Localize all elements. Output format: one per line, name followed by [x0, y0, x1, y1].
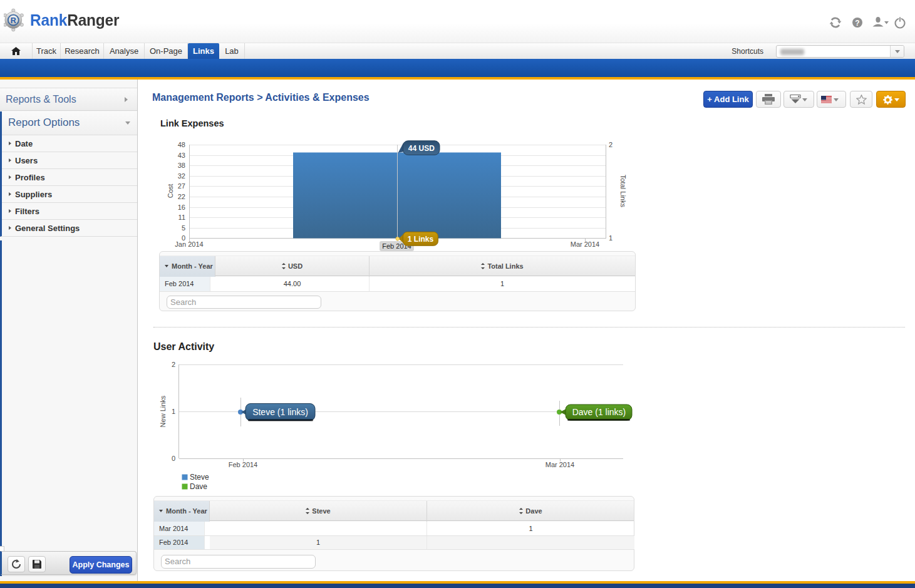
svg-text:Mar 2014: Mar 2014 — [545, 461, 574, 468]
svg-text:Mar 2014: Mar 2014 — [571, 240, 599, 248]
svg-text:1: 1 — [609, 234, 613, 242]
svg-text:27: 27 — [178, 182, 185, 190]
svg-text:Total Links: Total Links — [619, 175, 627, 207]
svg-text:11: 11 — [178, 214, 185, 221]
svg-text:Feb 2014: Feb 2014 — [229, 461, 257, 468]
svg-text:Dave (1 links): Dave (1 links) — [572, 407, 626, 417]
svg-text:43: 43 — [178, 152, 185, 159]
svg-text:44 USD: 44 USD — [408, 144, 435, 153]
svg-text:2: 2 — [609, 141, 613, 148]
svg-text:2: 2 — [172, 361, 175, 368]
svg-text:Cost: Cost — [167, 184, 174, 199]
svg-text:5: 5 — [182, 224, 185, 232]
svg-text:Steve (1 links): Steve (1 links) — [252, 407, 308, 417]
svg-text:38: 38 — [178, 162, 185, 169]
svg-text:0: 0 — [172, 455, 175, 462]
svg-text:32: 32 — [178, 172, 185, 180]
svg-text:?: ? — [855, 19, 859, 28]
svg-text:22: 22 — [178, 193, 185, 200]
svg-text:1 Links: 1 Links — [408, 235, 434, 244]
svg-text:New Links: New Links — [159, 395, 167, 427]
svg-text:Jan 2014: Jan 2014 — [175, 240, 203, 248]
svg-text:Steve: Steve — [190, 473, 209, 482]
svg-text:R: R — [11, 16, 16, 25]
svg-text:16: 16 — [178, 204, 185, 211]
svg-text:Dave: Dave — [190, 482, 207, 491]
svg-text:48: 48 — [178, 141, 185, 148]
svg-text:1: 1 — [172, 408, 175, 415]
